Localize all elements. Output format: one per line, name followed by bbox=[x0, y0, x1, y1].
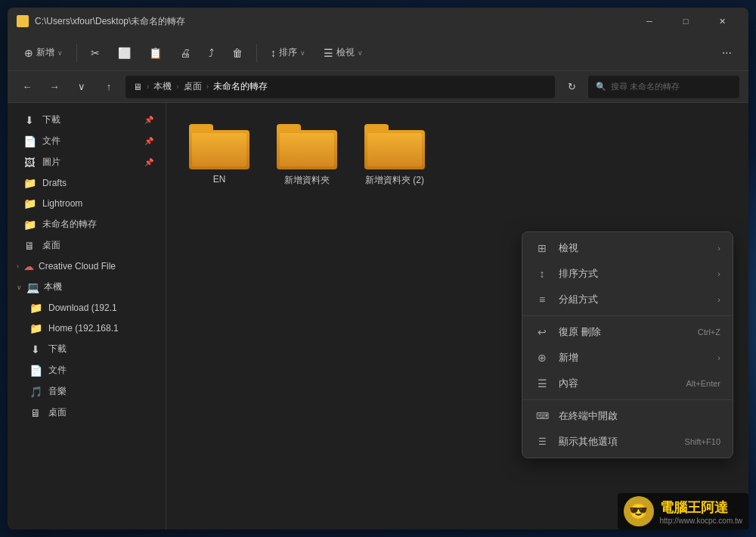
window-controls: ─ □ ✕ bbox=[632, 8, 739, 35]
sidebar-item-sub-docs[interactable]: 📄 文件 bbox=[17, 360, 163, 380]
sidebar-item-desktop-sub[interactable]: 🖥 桌面 bbox=[17, 402, 163, 423]
new-button[interactable]: ⊕ 新增 ∨ bbox=[17, 42, 70, 64]
ctx-undo-label: 復原 刪除 bbox=[559, 325, 689, 339]
network-folder-icon: 📁 bbox=[29, 302, 42, 314]
more-button[interactable]: ··· bbox=[714, 42, 739, 64]
paste-button[interactable]: 📋 bbox=[141, 42, 169, 64]
print-icon: 🖨 bbox=[180, 47, 191, 59]
sort-icon: ↕ bbox=[271, 47, 276, 59]
download-icon: ⬇ bbox=[23, 114, 36, 126]
sidebar-item-documents[interactable]: 📄 文件 📌 bbox=[11, 131, 163, 151]
folder-new-1[interactable]: 新增資料夾 bbox=[269, 118, 345, 193]
window-title: C:\Users\xfour\Desktop\未命名的轉存 bbox=[35, 15, 626, 28]
folder-en-icon bbox=[189, 124, 249, 169]
minimize-button[interactable]: ─ bbox=[632, 8, 667, 35]
pin-icon-3: 📌 bbox=[144, 158, 153, 166]
delete-button[interactable]: 🗑 bbox=[225, 42, 250, 64]
ctx-properties[interactable]: ☰ 內容 Alt+Enter bbox=[522, 371, 733, 396]
watermark-url: http://www.kocpc.com.tw bbox=[660, 517, 742, 525]
close-button[interactable]: ✕ bbox=[705, 8, 739, 35]
address-box[interactable]: 🖥 › 本機 › 桌面 › 未命名的轉存 bbox=[125, 76, 555, 98]
paste-icon: 📋 bbox=[149, 47, 162, 59]
folder-new-2-icon bbox=[364, 124, 425, 169]
share-icon: ⤴ bbox=[209, 47, 214, 59]
sidebar-item-pictures[interactable]: 🖼 圖片 📌 bbox=[11, 152, 163, 172]
toolbar-separator-1 bbox=[76, 44, 77, 62]
ctx-terminal-label: 在終端中開啟 bbox=[559, 409, 720, 423]
sort-button[interactable]: ↕ 排序 ∨ bbox=[263, 42, 313, 64]
forward-button[interactable]: → bbox=[44, 76, 65, 98]
expand-icon: › bbox=[17, 262, 19, 270]
ctx-properties-label: 內容 bbox=[559, 377, 677, 390]
view-icon: ☰ bbox=[324, 47, 333, 59]
folders-grid: EN 新增資料夾 bbox=[181, 118, 733, 193]
creative-cloud-label: Creative Cloud File bbox=[39, 261, 116, 272]
pin-icon-2: 📌 bbox=[144, 137, 153, 145]
sidebar-item-sub-download[interactable]: ⬇ 下載 bbox=[17, 339, 163, 359]
ctx-new-icon: ⊕ bbox=[534, 352, 550, 364]
ctx-sort-arrow: › bbox=[717, 269, 720, 278]
folder-icon bbox=[17, 15, 29, 27]
ctx-group-arrow: › bbox=[717, 295, 720, 304]
ctx-group[interactable]: ≡ 分組方式 › bbox=[522, 287, 733, 312]
folder-en[interactable]: EN bbox=[181, 118, 257, 193]
sidebar-item-download-net[interactable]: 📁 Download (192.1 bbox=[17, 298, 163, 318]
recent-button[interactable]: ∨ bbox=[71, 76, 92, 98]
ctx-properties-icon: ☰ bbox=[534, 377, 550, 390]
print-button[interactable]: 🖨 bbox=[172, 42, 198, 64]
share-button[interactable]: ⤴ bbox=[201, 42, 222, 64]
copy-button[interactable]: ⬜ bbox=[110, 42, 138, 64]
ctx-undo-icon: ↩ bbox=[534, 326, 550, 338]
maximize-button[interactable]: □ bbox=[668, 8, 703, 35]
watermark-avatar: 😎 bbox=[624, 496, 654, 526]
breadcrumb-current[interactable]: 未命名的轉存 bbox=[213, 80, 268, 93]
ctx-sort-icon: ↕ bbox=[534, 268, 550, 280]
refresh-button[interactable]: ↻ bbox=[561, 76, 582, 98]
ctx-more-options[interactable]: ☰ 顯示其他選項 Shift+F10 bbox=[522, 429, 733, 455]
ctx-view[interactable]: ⊞ 檢視 › bbox=[522, 235, 733, 261]
sidebar-item-home-net[interactable]: 📁 Home (192.168.1 bbox=[17, 318, 163, 338]
sidebar-item-unnamed[interactable]: 📁 未命名的轉存 bbox=[11, 214, 163, 234]
folder-new-1-icon bbox=[277, 124, 337, 169]
search-placeholder: 搜尋 未命名的轉存 bbox=[611, 81, 680, 92]
ctx-sort[interactable]: ↕ 排序方式 › bbox=[522, 261, 733, 287]
up-button[interactable]: ↑ bbox=[98, 76, 119, 98]
view-button[interactable]: ☰ 檢視 ∨ bbox=[316, 42, 370, 64]
ctx-new[interactable]: ⊕ 新增 › bbox=[522, 345, 733, 371]
sidebar-item-lightroom[interactable]: 📁 Lightroom bbox=[11, 194, 163, 213]
breadcrumb-home[interactable]: 🖥 bbox=[133, 82, 142, 92]
expand-icon-2: ∨ bbox=[17, 284, 22, 291]
sidebar-item-download[interactable]: ⬇ 下載 📌 bbox=[11, 110, 163, 130]
content-area: ⬇ 下載 📌 📄 文件 📌 🖼 圖片 📌 📁 Drafts 📁 Lightroo… bbox=[8, 103, 748, 529]
sub-download-icon: ⬇ bbox=[29, 343, 42, 355]
ctx-more-shortcut: Shift+F10 bbox=[685, 437, 720, 446]
breadcrumb-this-pc[interactable]: 本機 bbox=[153, 80, 172, 93]
ctx-more-icon: ☰ bbox=[534, 436, 550, 447]
lightroom-icon: 📁 bbox=[23, 197, 36, 210]
this-pc-icon: 💻 bbox=[26, 281, 39, 293]
sidebar-item-desktop[interactable]: 🖥 桌面 bbox=[11, 235, 163, 256]
document-icon: 📄 bbox=[23, 135, 36, 147]
back-button[interactable]: ← bbox=[17, 76, 38, 98]
ctx-terminal-icon: ⌨ bbox=[534, 411, 550, 421]
ctx-group-label: 分組方式 bbox=[559, 293, 708, 306]
unnamed-icon: 📁 bbox=[23, 219, 36, 231]
new-icon: ⊕ bbox=[24, 47, 33, 59]
file-explorer-window: C:\Users\xfour\Desktop\未命名的轉存 ─ □ ✕ ⊕ 新增… bbox=[8, 8, 748, 529]
sidebar-item-music[interactable]: 🎵 音樂 bbox=[17, 381, 163, 402]
cut-button[interactable]: ✂ bbox=[83, 42, 107, 64]
file-area: EN 新增資料夾 bbox=[166, 103, 748, 529]
desktop-sub-icon: 🖥 bbox=[29, 407, 42, 419]
folder-new-1-name: 新增資料夾 bbox=[284, 174, 330, 187]
sidebar-item-drafts[interactable]: 📁 Drafts bbox=[11, 173, 163, 193]
ctx-terminal[interactable]: ⌨ 在終端中開啟 bbox=[522, 403, 733, 429]
sidebar-group-this-pc[interactable]: ∨ 💻 本機 bbox=[11, 277, 163, 297]
folder-new-2[interactable]: 新增資料夾 (2) bbox=[357, 118, 432, 193]
titlebar: C:\Users\xfour\Desktop\未命名的轉存 ─ □ ✕ bbox=[8, 8, 748, 35]
search-box[interactable]: 🔍 搜尋 未命名的轉存 bbox=[588, 76, 739, 98]
ctx-undo[interactable]: ↩ 復原 刪除 Ctrl+Z bbox=[522, 319, 733, 345]
ctx-properties-shortcut: Alt+Enter bbox=[686, 379, 720, 388]
breadcrumb-desktop[interactable]: 桌面 bbox=[184, 80, 202, 93]
music-icon: 🎵 bbox=[29, 386, 42, 398]
sidebar-group-creative-cloud[interactable]: › ☁ Creative Cloud File bbox=[11, 256, 163, 276]
